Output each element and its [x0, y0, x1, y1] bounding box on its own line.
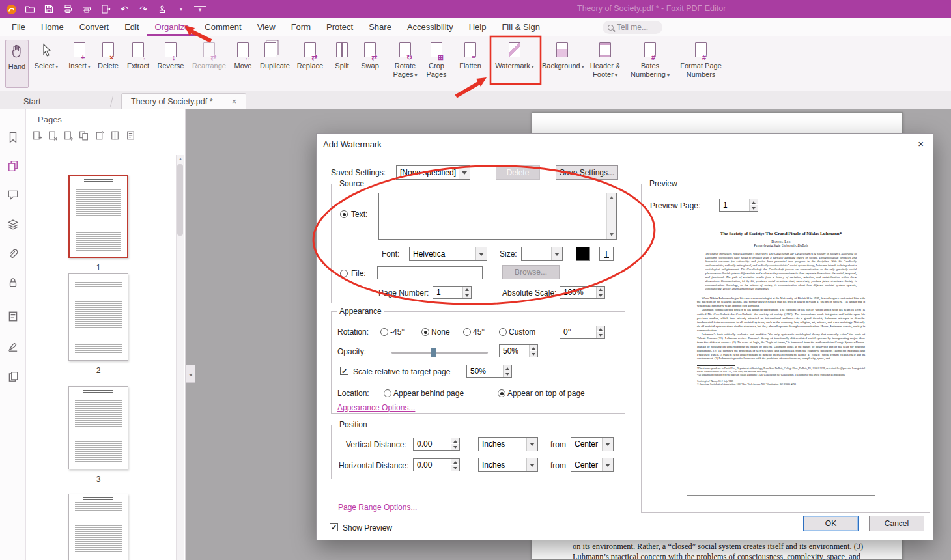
- page-thumbnail-4[interactable]: [68, 494, 128, 560]
- collapse-panel-icon[interactable]: ◂: [186, 365, 195, 383]
- page-thumbnails-icon[interactable]: [7, 160, 19, 172]
- header-footer-tool[interactable]: Header & Footer▾: [586, 40, 624, 88]
- split-tool[interactable]: Split: [331, 40, 353, 88]
- menu-help[interactable]: Help: [461, 18, 494, 36]
- insert-tool[interactable]: + Insert▾: [66, 40, 92, 88]
- flatten-tool[interactable]: ≡ Flatten: [456, 40, 485, 88]
- page-range-options-link[interactable]: Page Range Options...: [338, 503, 417, 512]
- insert-page-small-icon[interactable]: [31, 130, 43, 142]
- rotation-neg45-radio[interactable]: [380, 328, 388, 336]
- appearance-options-link[interactable]: Appearance Options...: [337, 403, 415, 412]
- spinner-arrows[interactable]: [749, 199, 758, 211]
- replace-tool[interactable]: ⇄ Replace: [294, 40, 326, 88]
- spinner-arrows[interactable]: [462, 287, 471, 298]
- menu-view[interactable]: View: [249, 18, 283, 36]
- vertical-from-select[interactable]: Center: [571, 437, 614, 451]
- spinner-arrows[interactable]: [596, 287, 604, 298]
- select-tool[interactable]: Select▾: [33, 40, 60, 88]
- vertical-distance-spinner[interactable]: 0.00: [413, 438, 460, 451]
- stamp-icon[interactable]: [156, 3, 168, 15]
- replace-page-small-icon[interactable]: [78, 130, 90, 142]
- page-properties-icon[interactable]: [125, 130, 137, 142]
- text-style-button[interactable]: T: [599, 247, 614, 261]
- scale-relative-checkbox[interactable]: ✓: [340, 367, 348, 375]
- customize-toolbar-icon[interactable]: ▾: [194, 6, 206, 13]
- size-select[interactable]: [521, 247, 563, 261]
- format-page-numbers-tool[interactable]: # Format Page Numbers: [676, 40, 726, 88]
- reverse-tool[interactable]: ↕ Reverse: [155, 40, 186, 88]
- opacity-spinner[interactable]: 50%: [499, 344, 538, 357]
- rotation-45-radio[interactable]: [463, 328, 471, 336]
- export-pdf-icon[interactable]: [100, 3, 111, 15]
- menu-fill-sign[interactable]: Fill & Sign: [494, 18, 548, 36]
- hand-tool[interactable]: Hand: [5, 40, 29, 88]
- move-tool[interactable]: ↔ Move: [231, 40, 255, 88]
- menu-form[interactable]: Form: [283, 18, 319, 36]
- menu-share[interactable]: Share: [361, 18, 399, 36]
- pages-scrollbar[interactable]: ▲: [176, 155, 184, 560]
- rotate-page-small-icon[interactable]: [94, 130, 106, 142]
- textarea-scrollbar[interactable]: [606, 193, 616, 239]
- file-source-radio[interactable]: [340, 270, 348, 277]
- spinner-arrows[interactable]: [503, 365, 511, 377]
- menu-organize[interactable]: Organize: [147, 18, 197, 36]
- cancel-button[interactable]: Cancel: [869, 516, 924, 531]
- menu-file[interactable]: File: [4, 18, 33, 36]
- attachments-icon[interactable]: [7, 248, 19, 260]
- redo-icon[interactable]: ↷: [137, 3, 149, 15]
- tab-document[interactable]: Theory of Society.pdf * ×: [121, 93, 246, 109]
- spinner-arrows[interactable]: [529, 345, 537, 357]
- behind-page-radio[interactable]: [384, 389, 391, 397]
- saved-settings-select[interactable]: [None specified]: [396, 165, 470, 180]
- text-source-radio[interactable]: [340, 210, 348, 218]
- dialog-close-icon[interactable]: ×: [918, 138, 924, 149]
- rotation-custom-radio[interactable]: [499, 328, 507, 336]
- watermark-tool[interactable]: Watermark▾: [494, 40, 535, 88]
- print-icon[interactable]: [62, 3, 74, 15]
- delete-tool[interactable]: × Delete: [95, 40, 121, 88]
- show-preview-checkbox[interactable]: ✓: [330, 523, 338, 531]
- articles-icon[interactable]: [7, 311, 19, 322]
- menu-home[interactable]: Home: [33, 18, 72, 36]
- horizontal-units-select[interactable]: Inches: [478, 458, 538, 472]
- preview-page-spinner[interactable]: 1: [719, 199, 758, 212]
- spinner-arrows[interactable]: [451, 459, 459, 471]
- tab-start[interactable]: Start: [14, 93, 112, 109]
- organize-pages-icon[interactable]: [7, 371, 19, 383]
- save-settings-button[interactable]: Save Settings...: [556, 165, 618, 180]
- save-icon[interactable]: [43, 3, 55, 15]
- tell-me-search[interactable]: Tell me...: [603, 21, 662, 34]
- delete-page-small-icon[interactable]: [47, 130, 59, 142]
- horizontal-from-select[interactable]: Center: [571, 458, 614, 472]
- absolute-scale-spinner[interactable]: 100%: [560, 286, 605, 299]
- spinner-arrows[interactable]: [596, 326, 604, 338]
- on-top-page-radio[interactable]: [498, 389, 505, 397]
- extract-page-small-icon[interactable]: [63, 130, 74, 142]
- menu-protect[interactable]: Protect: [319, 18, 361, 36]
- page-thumbnail-3[interactable]: [68, 386, 128, 469]
- crop-pages-tool[interactable]: ⊞ Crop Pages: [422, 40, 451, 88]
- bookmarks-icon[interactable]: [7, 132, 19, 143]
- undo-icon[interactable]: ↶: [119, 3, 130, 15]
- open-file-icon[interactable]: [24, 3, 36, 15]
- font-color-swatch[interactable]: [576, 247, 590, 261]
- font-select[interactable]: Helvetica: [409, 247, 487, 261]
- page-thumbnail-1[interactable]: [68, 175, 128, 258]
- menu-edit[interactable]: Edit: [117, 18, 147, 36]
- comments-icon[interactable]: [7, 189, 19, 201]
- menu-comment[interactable]: Comment: [197, 18, 249, 36]
- close-tab-icon[interactable]: ×: [225, 97, 236, 106]
- menu-convert[interactable]: Convert: [72, 18, 117, 36]
- file-path-input[interactable]: [377, 266, 483, 279]
- ok-button[interactable]: OK: [803, 516, 859, 531]
- scroll-up-icon[interactable]: ▲: [177, 155, 184, 163]
- split-page-small-icon[interactable]: [109, 130, 121, 142]
- rotation-degree-spinner[interactable]: 0°: [560, 326, 605, 339]
- rotate-pages-tool[interactable]: ↻ Rotate Pages▾: [390, 40, 421, 88]
- spinner-arrows[interactable]: [451, 438, 459, 450]
- duplicate-tool[interactable]: Duplicate: [258, 40, 292, 88]
- watermark-text-input[interactable]: [378, 193, 617, 240]
- page-thumbnail-2[interactable]: [68, 273, 128, 361]
- opacity-slider[interactable]: [391, 352, 488, 354]
- scale-relative-spinner[interactable]: 50%: [466, 365, 512, 378]
